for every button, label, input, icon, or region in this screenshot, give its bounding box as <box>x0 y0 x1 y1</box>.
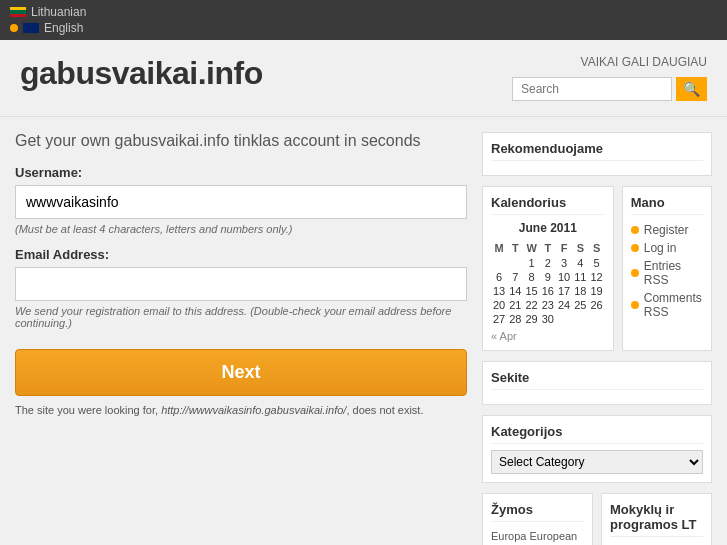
table-row: 27282930 <box>491 312 605 326</box>
rekomenduojame-title: Rekomenduojame <box>491 141 703 161</box>
email-hint: We send your registration email to this … <box>15 305 467 329</box>
top-bar: Lithuanian English <box>0 0 727 40</box>
widget-kalendorius: Kalendorius June 2011 M T W T F S S <box>482 186 614 351</box>
widget-mokyklos: Mokyklų ir programos LT Gabių vaikų akad… <box>601 493 712 545</box>
main-content: Get your own gabusvaikai.info tinklas ac… <box>15 132 482 545</box>
sekite-title: Sekite <box>491 370 703 390</box>
content-wrapper: Get your own gabusvaikai.info tinklas ac… <box>0 117 727 545</box>
email-input[interactable] <box>15 267 467 301</box>
kalendorius-title: Kalendorius <box>491 195 605 215</box>
table-row: 12345 <box>491 256 605 270</box>
language-english[interactable]: English <box>10 21 717 35</box>
kategorijos-title: Kategorijos <box>491 424 703 444</box>
zymos-content: Europa European Council for High Ability… <box>491 528 584 545</box>
calendar-table: M T W T F S S 12345 <box>491 240 605 326</box>
login-link[interactable]: Log in <box>644 241 677 255</box>
comments-rss-link[interactable]: Comments RSS <box>644 291 703 319</box>
mokyklos-title: Mokyklų ir programos LT <box>610 502 703 537</box>
sidebar-row-2: Žymos Europa European Council for High A… <box>482 493 712 545</box>
search-input[interactable] <box>512 77 672 101</box>
orange-dot-icon <box>631 301 639 309</box>
next-button[interactable]: Next <box>15 349 467 396</box>
calendar-prev-link[interactable]: « Apr <box>491 330 517 342</box>
cal-header-s2: S <box>589 240 605 256</box>
header-right: VAIKAI GALI DAUGIAU 🔍 <box>512 55 707 101</box>
widget-sekite: Sekite <box>482 361 712 405</box>
language-lithuanian[interactable]: Lithuanian <box>10 5 717 19</box>
language-lt-label: Lithuanian <box>31 5 86 19</box>
cal-header-t2: T <box>540 240 556 256</box>
cal-header-f: F <box>556 240 572 256</box>
site-note-end: , does not exist. <box>346 404 423 416</box>
cal-header-t: T <box>507 240 523 256</box>
widget-rekomenduojame: Rekomenduojame <box>482 132 712 176</box>
widget-kategorijos: Kategorijos Select Category <box>482 415 712 483</box>
email-label: Email Address: <box>15 247 467 262</box>
table-row: 6789101112 <box>491 270 605 284</box>
cal-header-w: W <box>524 240 540 256</box>
site-tagline: VAIKAI GALI DAUGIAU <box>512 55 707 69</box>
site-note-text: The site you were looking for, <box>15 404 161 416</box>
sidebar: Rekomenduojame Kalendorius June 2011 M T… <box>482 132 712 545</box>
widget-mano: Mano Register Log in Entries RSS Comment… <box>622 186 712 351</box>
list-item: Comments RSS <box>631 289 703 321</box>
entries-rss-link[interactable]: Entries RSS <box>644 259 703 287</box>
table-row: 20212223242526 <box>491 298 605 312</box>
flag-lt-icon <box>10 7 26 17</box>
username-input[interactable] <box>15 185 467 219</box>
list-item: Log in <box>631 239 703 257</box>
orange-dot-icon <box>631 226 639 234</box>
username-hint: (Must be at least 4 characters, letters … <box>15 223 467 235</box>
widget-zymos: Žymos Europa European Council for High A… <box>482 493 593 545</box>
table-row: 13141516171819 <box>491 284 605 298</box>
username-label: Username: <box>15 165 467 180</box>
orange-dot-icon <box>631 244 639 252</box>
dot-icon <box>10 24 18 32</box>
site-title: gabusvaikai.info <box>20 55 263 92</box>
orange-dot-icon <box>631 269 639 277</box>
register-link[interactable]: Register <box>644 223 689 237</box>
form-title: Get your own gabusvaikai.info tinklas ac… <box>15 132 467 150</box>
search-area: 🔍 <box>512 77 707 101</box>
site-note-link[interactable]: http://wwwvaikasinfo.gabusvaikai.info/ <box>161 404 346 416</box>
flag-en-icon <box>23 23 39 33</box>
site-header: gabusvaikai.info VAIKAI GALI DAUGIAU 🔍 <box>0 40 727 117</box>
cal-header-s: S <box>572 240 588 256</box>
mano-links: Register Log in Entries RSS Comments RSS <box>631 221 703 321</box>
cal-header-m: M <box>491 240 507 256</box>
mano-title: Mano <box>631 195 703 215</box>
calendar-month: June 2011 <box>491 221 605 235</box>
zymos-title: Žymos <box>491 502 584 522</box>
site-note: The site you were looking for, http://ww… <box>15 404 467 416</box>
list-item: Register <box>631 221 703 239</box>
search-button[interactable]: 🔍 <box>676 77 707 101</box>
calendar-prev: « Apr <box>491 330 605 342</box>
sidebar-row-1: Kalendorius June 2011 M T W T F S S <box>482 186 712 351</box>
kategorijos-select[interactable]: Select Category <box>491 450 703 474</box>
list-item: Entries RSS <box>631 257 703 289</box>
language-en-label: English <box>44 21 83 35</box>
